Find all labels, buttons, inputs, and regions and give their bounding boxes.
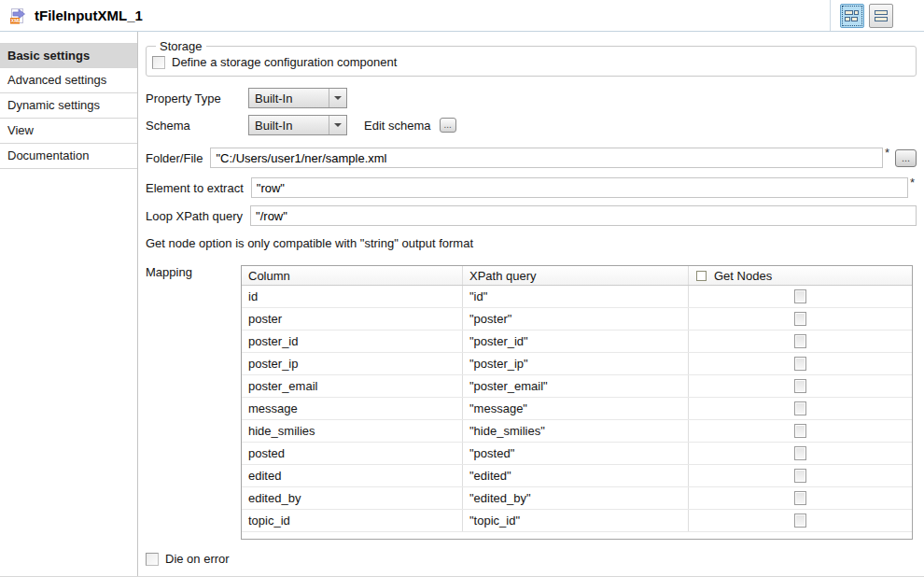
loop-xpath-input[interactable] <box>250 205 917 226</box>
property-type-select[interactable]: Built-In <box>248 88 347 108</box>
mapping-xpath-cell[interactable]: "message" <box>463 398 689 419</box>
list-view-button[interactable] <box>869 4 893 28</box>
mapping-getnodes-cell <box>689 510 912 531</box>
mapping-column-cell[interactable]: edited <box>242 465 463 486</box>
mapping-column-cell[interactable]: poster <box>242 308 463 330</box>
mapping-getnodes-cell <box>689 398 912 419</box>
list-view-icon <box>870 5 892 27</box>
get-nodes-checkbox[interactable] <box>794 446 806 460</box>
xpath-query-header: XPath query <box>463 266 689 285</box>
get-nodes-checkbox[interactable] <box>794 357 806 371</box>
mapping-getnodes-cell <box>689 353 912 374</box>
sidebar-item-view[interactable]: View <box>0 119 137 144</box>
get-nodes-select-all-checkbox[interactable] <box>696 271 707 281</box>
mapping-table-row: edited "edited" <box>242 465 912 487</box>
get-nodes-checkbox[interactable] <box>794 334 806 348</box>
mapping-xpath-cell[interactable]: "topic_id" <box>463 510 689 531</box>
get-nodes-checkbox[interactable] <box>794 312 806 326</box>
chevron-down-icon <box>329 116 346 134</box>
mapping-table-row: posted "posted" <box>242 443 912 465</box>
folder-file-input[interactable] <box>210 148 883 168</box>
mapping-xpath-cell[interactable]: "posted" <box>463 443 689 464</box>
die-on-error-checkbox[interactable] <box>146 553 159 566</box>
mapping-table-row: topic_id "topic_id" <box>242 510 912 532</box>
property-type-value: Built-In <box>249 91 329 106</box>
mapping-xpath-cell[interactable]: "poster_ip" <box>463 353 689 374</box>
sidebar-item-advanced-settings[interactable]: Advanced settings <box>0 68 137 93</box>
browse-file-button[interactable]: ... <box>895 149 917 167</box>
mapping-xpath-cell[interactable]: "edited_by" <box>463 487 689 509</box>
property-type-row: Property Type Built-In <box>146 88 917 108</box>
folder-file-row: Folder/File * ... <box>146 148 917 168</box>
mapping-getnodes-cell <box>689 308 912 330</box>
mapping-column-cell[interactable]: id <box>242 286 463 307</box>
mapping-label: Mapping <box>146 265 241 279</box>
folder-file-label: Folder/File <box>146 151 203 165</box>
mapping-xpath-cell[interactable]: "poster" <box>463 308 689 330</box>
mapping-table: Column XPath query Get Nodes id "id" pos… <box>241 265 913 540</box>
mapping-xpath-cell[interactable]: "poster_id" <box>463 331 689 352</box>
sidebar-item-dynamic-settings[interactable]: Dynamic settings <box>0 93 137 119</box>
mapping-column-cell[interactable]: message <box>242 398 463 419</box>
loop-xpath-row: Loop XPath query <box>146 205 917 226</box>
basic-settings-panel: Storage Define a storage configuration c… <box>138 32 924 576</box>
mapping-table-header: Column XPath query Get Nodes <box>242 266 912 286</box>
xml-file-icon: XML <box>8 7 27 25</box>
schema-select[interactable]: Built-In <box>248 115 347 135</box>
property-type-label: Property Type <box>146 91 241 106</box>
mapping-section: Mapping Column XPath query Get Nodes id … <box>146 265 917 540</box>
mapping-table-row: hide_smilies "hide_smilies" <box>242 420 912 443</box>
get-nodes-checkbox[interactable] <box>794 491 806 505</box>
element-to-extract-label: Element to extract <box>146 181 244 195</box>
grid-view-button[interactable] <box>840 4 864 28</box>
mapping-table-row: poster_email "poster_email" <box>242 375 912 398</box>
chevron-down-icon <box>329 89 346 107</box>
sidebar-item-basic-settings[interactable]: Basic settings <box>0 43 137 68</box>
get-nodes-checkbox[interactable] <box>794 289 806 303</box>
schema-label: Schema <box>146 119 241 133</box>
required-asterisk: * <box>910 177 915 188</box>
mapping-table-row: poster_ip "poster_ip" <box>242 353 912 375</box>
get-nodes-header-label: Get Nodes <box>714 269 772 283</box>
mapping-getnodes-cell <box>689 443 912 464</box>
storage-config-label: Define a storage configuration component <box>172 55 397 69</box>
get-nodes-checkbox[interactable] <box>794 469 806 483</box>
component-header: XML tFileInputXML_1 <box>0 0 924 32</box>
mapping-xpath-cell[interactable]: "edited" <box>463 465 689 486</box>
get-nodes-checkbox[interactable] <box>794 401 806 415</box>
mapping-table-row: poster "poster" <box>242 308 912 331</box>
loop-xpath-label: Loop XPath query <box>146 209 243 223</box>
mapping-table-filler <box>242 532 912 539</box>
mapping-column-cell[interactable]: topic_id <box>242 510 463 531</box>
storage-group-legend: Storage <box>156 39 206 53</box>
storage-group: Storage Define a storage configuration c… <box>146 39 917 77</box>
mapping-column-cell[interactable]: poster_ip <box>242 353 463 374</box>
mapping-table-row: poster_id "poster_id" <box>242 331 912 353</box>
mapping-table-row: edited_by "edited_by" <box>242 487 912 510</box>
get-nodes-checkbox[interactable] <box>794 379 806 393</box>
mapping-getnodes-cell <box>689 375 912 397</box>
schema-value: Built-In <box>249 119 329 133</box>
component-title-area: XML tFileInputXML_1 <box>0 0 831 31</box>
mapping-column-cell[interactable]: poster_id <box>242 331 463 352</box>
storage-config-checkbox[interactable] <box>152 56 165 69</box>
mapping-xpath-cell[interactable]: "hide_smilies" <box>463 420 689 442</box>
mapping-column-cell[interactable]: edited_by <box>242 487 463 509</box>
view-toggle-group <box>831 0 924 31</box>
mapping-getnodes-cell <box>689 331 912 352</box>
element-to-extract-input[interactable] <box>251 177 908 198</box>
sidebar-item-documentation[interactable]: Documentation <box>0 144 137 169</box>
get-nodes-checkbox[interactable] <box>794 424 806 438</box>
mapping-table-body: id "id" poster "poster" poster_id "poste… <box>242 286 912 532</box>
mapping-column-cell[interactable]: hide_smilies <box>242 420 463 442</box>
svg-text:XML: XML <box>11 18 21 23</box>
mapping-xpath-cell[interactable]: "poster_email" <box>463 375 689 397</box>
edit-schema-button[interactable]: ... <box>440 118 456 133</box>
mapping-getnodes-cell <box>689 286 912 307</box>
get-nodes-checkbox[interactable] <box>794 514 806 528</box>
mapping-xpath-cell[interactable]: "id" <box>463 286 689 307</box>
die-on-error-label: Die on error <box>165 552 230 566</box>
mapping-column-cell[interactable]: poster_email <box>242 375 463 397</box>
mapping-column-cell[interactable]: posted <box>242 443 463 464</box>
edit-schema-label: Edit schema <box>364 119 431 133</box>
